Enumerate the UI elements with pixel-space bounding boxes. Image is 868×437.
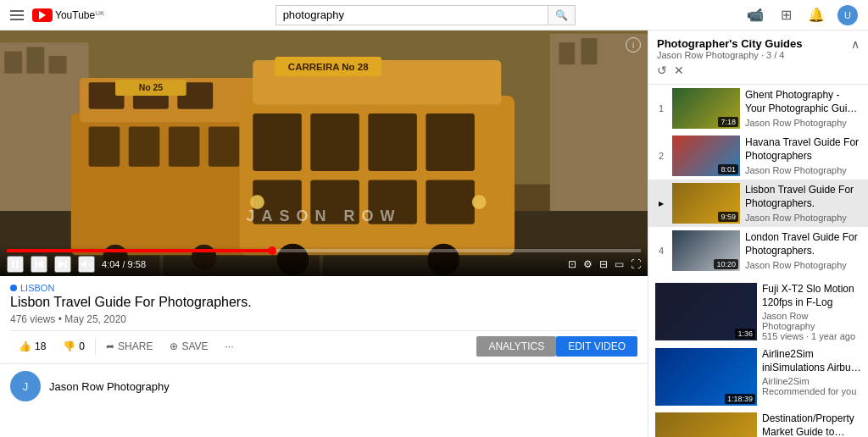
playlist-item-num: [655, 200, 667, 207]
fullscreen-icon[interactable]: ⛶: [631, 258, 641, 270]
playlist-item-thumb: 7:18: [672, 88, 740, 129]
skip-back-button[interactable]: [31, 256, 47, 273]
bell-icon[interactable]: 🔔: [807, 6, 826, 25]
video-player[interactable]: No 25 CARREIRA No 28: [0, 30, 648, 276]
playlist-item-title: Ghent Photography - Your Photographic Gu…: [745, 89, 861, 115]
playlist-items: 1 7:18 Ghent Photography - Your Photogra…: [648, 85, 868, 274]
svg-rect-19: [89, 127, 120, 167]
analytics-button[interactable]: ANALYTICS: [476, 336, 556, 357]
recommended-item[interactable]: 2:41 Destination/Property Market Guide t…: [648, 409, 868, 437]
skip-forward-icon: [56, 257, 70, 271]
svg-rect-22: [209, 127, 240, 167]
channel-name[interactable]: Jason Row Photography: [49, 380, 170, 393]
svg-rect-4: [26, 47, 44, 73]
info-badge[interactable]: i: [626, 37, 641, 53]
subtitles-icon[interactable]: ⊡: [568, 258, 576, 270]
progress-fill: [7, 249, 273, 252]
header: YouTubeUK 🔍 📹 ⊞ 🔔 U: [0, 0, 868, 30]
volume-button[interactable]: [78, 256, 95, 273]
grid-icon[interactable]: ⊞: [776, 6, 795, 25]
video-controls: 4:04 / 9:58 ⊡ ⚙ ⊟ ▭ ⛶: [0, 246, 648, 276]
thumbs-up-icon: 👍: [19, 340, 31, 352]
svg-rect-44: [35, 260, 36, 268]
share-button[interactable]: ➦ SHARE: [97, 337, 161, 356]
svg-rect-5: [49, 56, 67, 74]
main-layout: No 25 CARREIRA No 28: [0, 30, 868, 437]
svg-text:CARREIRA No 28: CARREIRA No 28: [288, 62, 369, 72]
play-button[interactable]: [7, 256, 24, 273]
sidebar: Photographer's City Guides Jason Row Pho…: [648, 30, 868, 437]
save-button[interactable]: ⊕ SAVE: [161, 337, 216, 356]
playlist-item[interactable]: 9:59 Lisbon Travel Guide For Photographe…: [648, 180, 868, 227]
loop-icon[interactable]: ↺: [657, 64, 667, 77]
playlist-item-channel: Jason Row Photography: [745, 260, 861, 270]
location-icon: [10, 285, 17, 291]
video-scene: No 25 CARREIRA No 28: [0, 30, 648, 276]
video-column: No 25 CARREIRA No 28: [0, 30, 648, 437]
action-row: 👍 18 👎 0 ➦ SHARE ⊕ SAVE ···: [10, 330, 637, 357]
shuffle-icon[interactable]: ✕: [674, 64, 684, 77]
controls-row: 4:04 / 9:58 ⊡ ⚙ ⊟ ▭ ⛶: [7, 256, 641, 273]
like-button[interactable]: 👍 18: [10, 337, 54, 356]
playlist-item-title: Lisbon Travel Guide For Photographers.: [745, 184, 861, 210]
video-info: LISBON Lisbon Travel Guide For Photograp…: [0, 276, 648, 363]
save-icon: ⊕: [170, 340, 178, 352]
dislike-button[interactable]: 👎 0: [54, 337, 93, 356]
edit-video-button[interactable]: EDIT VIDEO: [556, 336, 637, 357]
playlist-item[interactable]: 2 8:01 Havana Travel Guide For Photograp…: [648, 132, 868, 180]
play-icon: [8, 257, 22, 271]
controls-right: ⊡ ⚙ ⊟ ▭ ⛶: [568, 258, 641, 270]
more-button[interactable]: ···: [217, 337, 242, 356]
playlist-item[interactable]: 4 10:20 London Travel Guide For Photogra…: [648, 227, 868, 274]
playlist-header: Photographer's City Guides Jason Row Pho…: [648, 30, 868, 85]
share-icon: ➦: [106, 340, 114, 352]
svg-text:No 25: No 25: [139, 83, 164, 92]
user-avatar[interactable]: U: [837, 5, 858, 25]
playlist-title: Photographer's City Guides: [657, 37, 802, 50]
svg-marker-45: [58, 260, 64, 268]
playlist-item-num: 2: [655, 151, 667, 161]
thumbs-down-icon: 👎: [63, 340, 75, 352]
skip-forward-button[interactable]: [54, 256, 71, 273]
hamburger-menu[interactable]: [10, 10, 24, 20]
playlist-header-left: Photographer's City Guides Jason Row Pho…: [657, 37, 802, 77]
rec-title: Fuji X-T2 Slo Motion 120fps in F-Log: [762, 283, 861, 309]
rec-duration: 1:36: [735, 329, 755, 339]
collapse-playlist-button[interactable]: ∧: [851, 37, 860, 51]
theater-icon[interactable]: ▭: [615, 258, 624, 270]
channel-avatar[interactable]: J: [10, 371, 41, 401]
playlist-item-num: 1: [655, 103, 667, 113]
youtube-logo[interactable]: YouTubeUK: [32, 8, 104, 22]
svg-rect-46: [65, 260, 67, 268]
playlist-item-title: Havana Travel Guide For Photographers: [745, 136, 861, 163]
rec-meta: 515 views · 1 year ago: [762, 331, 861, 341]
playlist-item-channel: Jason Row Photography: [745, 213, 861, 223]
svg-rect-36: [426, 180, 475, 224]
rec-thumb: 1:36: [655, 283, 757, 340]
action-separator: [95, 338, 96, 355]
rec-thumb: 2:41: [655, 412, 757, 437]
camera-icon[interactable]: 📹: [746, 6, 765, 25]
recommended-section: 1:36 Fuji X-T2 Slo Motion 120fps in F-Lo…: [648, 274, 868, 437]
rec-info: Fuji X-T2 Slo Motion 120fps in F-Log Jas…: [762, 283, 861, 341]
search-input[interactable]: [276, 6, 548, 25]
rec-info: Airline2Sim iniSimulations Airbus A300-6…: [762, 348, 861, 406]
playlist-item-channel: Jason Row Photography: [745, 118, 861, 128]
svg-rect-29: [253, 113, 302, 171]
recommended-item[interactable]: 1:18:39 Airline2Sim iniSimulations Airbu…: [648, 345, 868, 409]
rec-channel: Airline2Sim: [762, 376, 861, 386]
rec-info: Destination/Property Market Guide to Bai…: [762, 412, 861, 437]
settings-icon[interactable]: ⚙: [583, 258, 593, 270]
playlist-item-duration: 7:18: [718, 117, 738, 127]
svg-rect-21: [169, 127, 200, 167]
svg-marker-43: [37, 260, 43, 268]
search-button[interactable]: 🔍: [548, 6, 575, 25]
playlist-item[interactable]: 1 7:18 Ghent Photography - Your Photogra…: [648, 85, 868, 132]
svg-rect-20: [129, 127, 160, 167]
video-watermark: JASON ROW: [246, 207, 401, 225]
miniplayer-icon[interactable]: ⊟: [599, 258, 608, 270]
svg-rect-3: [4, 52, 22, 74]
playlist-item-info: London Travel Guide For Photographers. J…: [745, 231, 861, 269]
progress-bar[interactable]: [7, 249, 641, 252]
recommended-item[interactable]: 1:36 Fuji X-T2 Slo Motion 120fps in F-Lo…: [648, 279, 868, 345]
